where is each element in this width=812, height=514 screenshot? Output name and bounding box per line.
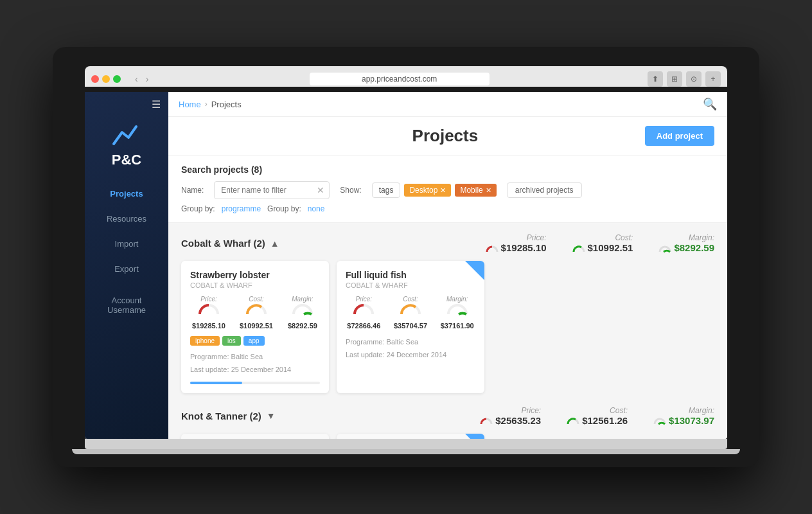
group-cobalt-cost: Cost: $10992.51 [572, 233, 633, 253]
bookmark-button[interactable]: ⊞ [667, 71, 682, 87]
group-cobalt-totals: Price: $19285.10 Cost: $10992 [486, 233, 714, 253]
tag-app[interactable]: app [243, 336, 265, 346]
forward-button[interactable]: › [143, 73, 152, 85]
search-input[interactable] [214, 181, 330, 199]
card-strawberry-progress-bar [190, 382, 242, 384]
share-button[interactable]: ⬆ [648, 71, 663, 87]
logo-svg [110, 123, 143, 149]
project-card-cosmic1[interactable]: Cosmic White Phase 1 KNOT & TANNER [337, 434, 484, 439]
laptop-outer: ‹ › app.priceandcost.com ⬆ ⊞ ⊙ + ☰ P&C [53, 47, 759, 467]
group-cobalt-cards: Strawberry lobster COBALT & WHARF Price: [181, 261, 714, 393]
project-card-cosmic2[interactable]: Cosmic White Phase 2 KNOT & TANNER [181, 434, 329, 439]
tag-iphone[interactable]: iphone [190, 336, 220, 346]
group-knot-totals: Price: $25635.23 Cost: $12561 [480, 406, 714, 426]
sidebar-item-import[interactable]: Import [85, 231, 168, 256]
card-fullliquid-cost-gauge [399, 303, 422, 317]
show-label: Show: [340, 186, 361, 195]
search-input-wrap: ✕ [214, 181, 330, 199]
groupby-programme-link[interactable]: programme [222, 204, 261, 213]
tag-chip-mobile-label: Mobile [460, 186, 482, 195]
groupby-label-2: Group by: [267, 204, 301, 213]
sidebar-item-export[interactable]: Export [85, 256, 168, 281]
new-tab-button[interactable]: + [705, 71, 721, 87]
breadcrumb-home[interactable]: Home [179, 100, 201, 109]
knot-margin-gauge-icon [653, 415, 666, 425]
card-fullliquid-company: COBALT & WHARF [346, 281, 475, 289]
sidebar-logo: P&C [110, 123, 143, 168]
main-content: Home › Projects 🔍 Projects Add project S… [168, 92, 727, 439]
card-strawberry-info: Programme: Baltic Sea Last update: 25 De… [190, 351, 320, 377]
group-knot-tanner-title: Knot & Tanner (2) ▼ [181, 411, 276, 421]
laptop-base [72, 449, 740, 454]
tag-ios[interactable]: ios [222, 336, 241, 346]
tag-chip-desktop[interactable]: Desktop ✕ [404, 184, 451, 197]
account-label: Account [107, 296, 146, 305]
logo-text: P&C [112, 152, 141, 168]
card-strawberry-cost-gauge [245, 303, 268, 317]
search-section: Search projects (8) Name: ✕ Show: tags D… [168, 155, 727, 223]
browser-actions: ⬆ ⊞ ⊙ + [648, 71, 721, 87]
extensions-button[interactable]: ⊙ [686, 71, 702, 87]
sidebar-account[interactable]: Account Username [97, 288, 156, 323]
page-header: Projects Add project [168, 117, 727, 155]
address-bar[interactable]: app.priceandcost.com [310, 73, 490, 85]
name-label: Name: [181, 186, 204, 195]
group-cobalt-wharf: Cobalt & Wharf (2) ▲ Price: $19285.10 [181, 233, 714, 393]
traffic-lights [91, 75, 121, 83]
group-knot-tanner-header: Knot & Tanner (2) ▼ Price: $25635.23 [181, 406, 714, 426]
card-fullliquid-cost: Cost: $35704.57 [393, 296, 429, 331]
knot-cost-gauge-icon [567, 415, 579, 425]
group-cobalt-toggle[interactable]: ▲ [270, 238, 279, 249]
card-fullliquid-price: Price: $72866.46 [346, 296, 382, 331]
group-knot-toggle[interactable]: ▼ [267, 411, 276, 421]
search-clear-icon[interactable]: ✕ [317, 185, 324, 195]
close-button[interactable] [91, 75, 99, 83]
card-strawberry-cost: Cost: $10992.51 [238, 296, 275, 331]
account-username: Username [107, 305, 146, 315]
card-strawberry-company: COBALT & WHARF [190, 281, 320, 289]
cost-gauge-icon [572, 243, 585, 253]
card-fullliquid-price-gauge [352, 303, 375, 317]
sidebar-item-resources[interactable]: Resources [85, 206, 168, 231]
search-row: Name: ✕ Show: tags Desktop ✕ Mobile [181, 181, 714, 199]
topbar: Home › Projects 🔍 [168, 92, 727, 117]
card-fullliquid-margin-gauge [446, 303, 469, 317]
tag-chip-desktop-remove[interactable]: ✕ [440, 186, 446, 195]
card-strawberry-margin-gauge [291, 303, 314, 317]
card-fullliquid-title: Full liquid fish [346, 270, 475, 280]
back-button[interactable]: ‹ [132, 73, 141, 85]
maximize-button[interactable] [113, 75, 121, 83]
card-fullliquid-metrics: Price: $72866.46 Cost: [346, 296, 475, 331]
card-strawberry-tags: iphone ios app [190, 336, 320, 346]
search-icon[interactable]: 🔍 [703, 97, 717, 111]
minimize-button[interactable] [102, 75, 110, 83]
card-fullliquid-info: Programme: Baltic Sea Last update: 24 De… [346, 336, 475, 362]
nav-buttons: ‹ › [132, 73, 151, 85]
group-knot-price: Price: $25635.23 [480, 406, 541, 426]
card-strawberry-progress [190, 382, 320, 384]
card-strawberry-margin: Margin: $8292.59 [285, 296, 320, 331]
group-knot-margin: Margin: $13073.97 [653, 406, 714, 426]
tag-chip-mobile[interactable]: Mobile ✕ [455, 184, 496, 197]
tag-chip-mobile-remove[interactable]: ✕ [486, 186, 491, 195]
search-projects-title: Search projects (8) [181, 164, 714, 175]
project-card-fullliquid[interactable]: Full liquid fish COBALT & WHARF Price: [337, 261, 484, 393]
archived-projects-button[interactable]: archived projects [507, 182, 582, 198]
group-cobalt-wharf-title: Cobalt & Wharf (2) ▲ [181, 238, 279, 249]
groupby-none-link[interactable]: none [308, 204, 325, 213]
group-knot-cost: Cost: $12561.26 [567, 406, 628, 426]
project-card-strawberry[interactable]: Strawberry lobster COBALT & WHARF Price: [181, 261, 329, 393]
group-cobalt-price: Price: $19285.10 [486, 233, 547, 253]
sidebar-item-projects[interactable]: Projects [85, 181, 168, 206]
tags-button[interactable]: tags [372, 182, 401, 198]
sidebar: ☰ P&C Projects Resources Import Export A… [85, 92, 168, 439]
group-cobalt-wharf-header: Cobalt & Wharf (2) ▲ Price: $19285.10 [181, 233, 714, 253]
browser-chrome: ‹ › app.priceandcost.com ⬆ ⊞ ⊙ + [85, 66, 727, 87]
knot-price-gauge-icon [480, 415, 493, 425]
group-knot-tanner: Knot & Tanner (2) ▼ Price: $25635.23 [181, 406, 714, 439]
tag-chip-desktop-label: Desktop [409, 186, 437, 195]
add-project-button[interactable]: Add project [645, 126, 714, 146]
menu-icon[interactable]: ☰ [144, 92, 168, 117]
card-cosmic1-corner [465, 434, 484, 439]
card-strawberry-price-gauge [197, 303, 220, 317]
